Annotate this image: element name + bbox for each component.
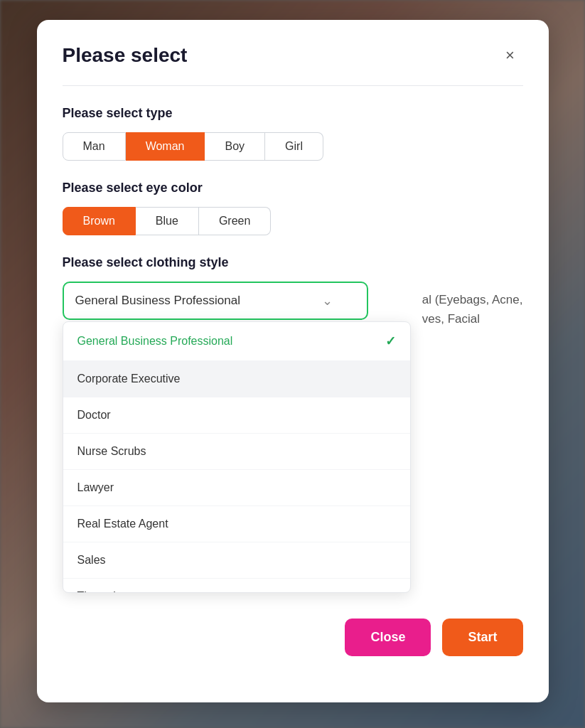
header-divider — [63, 85, 523, 86]
close-icon: × — [505, 46, 515, 65]
modal-dialog: Please select × Please select type Man W… — [37, 20, 549, 702]
type-section-label: Please select type — [63, 106, 523, 121]
check-icon: ✓ — [385, 333, 396, 349]
dropdown-item-label: Corporate Executive — [77, 373, 181, 385]
clothing-section-label: Please select clothing style — [63, 255, 523, 270]
dropdown-item-therapist[interactable]: Therapist — [63, 579, 410, 592]
dropdown-item-label: Sales — [77, 554, 106, 567]
dropdown-item-real-estate[interactable]: Real Estate Agent — [63, 506, 410, 542]
dropdown-item-label: Nurse Scrubs — [77, 445, 146, 458]
background-text-right: al (Eyebags, Acne, ves, Facial — [422, 290, 523, 328]
eye-option-blue[interactable]: Blue — [136, 207, 199, 235]
type-option-man[interactable]: Man — [63, 132, 126, 161]
modal-title: Please select — [63, 44, 188, 67]
modal-close-button[interactable]: × — [498, 43, 523, 68]
modal-header: Please select × — [63, 43, 523, 68]
eye-color-section-label: Please select eye color — [63, 181, 523, 196]
start-button[interactable]: Start — [442, 619, 522, 656]
modal-wrapper: Please select × Please select type Man W… — [0, 0, 585, 728]
dropdown-item-general-business[interactable]: General Business Professional ✓ — [63, 322, 410, 361]
type-option-girl[interactable]: Girl — [265, 132, 323, 161]
dropdown-item-label: General Business Professional — [77, 335, 233, 348]
eye-color-section: Please select eye color Brown Blue Green — [63, 181, 523, 235]
type-option-boy[interactable]: Boy — [205, 132, 265, 161]
type-option-woman[interactable]: Woman — [126, 132, 205, 161]
dropdown-item-sales[interactable]: Sales — [63, 542, 410, 579]
clothing-select-box[interactable]: General Business Professional ⌄ — [63, 282, 368, 320]
modal-footer: Close Start — [63, 619, 523, 656]
dropdown-item-doctor[interactable]: Doctor — [63, 397, 410, 434]
clothing-selected-value: General Business Professional — [75, 294, 240, 308]
dropdown-item-label: Doctor — [77, 409, 111, 422]
eye-option-green[interactable]: Green — [199, 207, 271, 235]
dropdown-item-label: Real Estate Agent — [77, 518, 168, 530]
type-section: Please select type Man Woman Boy Girl — [63, 106, 523, 161]
type-button-group: Man Woman Boy Girl — [63, 132, 523, 161]
dropdown-item-corporate-executive[interactable]: Corporate Executive — [63, 361, 410, 397]
dropdown-scroll-area[interactable]: General Business Professional ✓ Corporat… — [63, 322, 410, 592]
chevron-down-icon: ⌄ — [322, 293, 333, 309]
clothing-dropdown-menu: General Business Professional ✓ Corporat… — [63, 321, 411, 593]
dropdown-item-label: Therapist — [77, 590, 125, 592]
dropdown-item-label: Lawyer — [77, 481, 114, 494]
dropdown-item-lawyer[interactable]: Lawyer — [63, 470, 410, 506]
eye-color-button-group: Brown Blue Green — [63, 207, 523, 235]
dropdown-item-nurse-scrubs[interactable]: Nurse Scrubs — [63, 434, 410, 470]
eye-option-brown[interactable]: Brown — [63, 207, 136, 235]
close-modal-button[interactable]: Close — [345, 619, 431, 656]
